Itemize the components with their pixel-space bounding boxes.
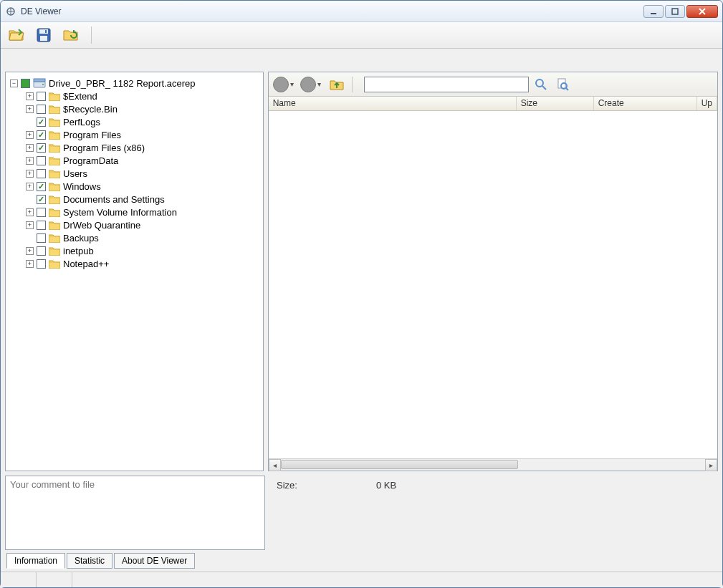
tab-statistic[interactable]: Statistic	[67, 553, 112, 569]
close-button[interactable]	[686, 5, 718, 18]
expand-icon[interactable]: +	[26, 131, 34, 139]
expand-icon[interactable]: +	[26, 247, 34, 255]
tree-item[interactable]: +Program Files	[9, 128, 260, 141]
scroll-thumb[interactable]	[281, 460, 519, 469]
tab-about[interactable]: About DE Viewer	[114, 553, 195, 569]
scroll-right-icon[interactable]: ▸	[705, 459, 717, 471]
nav-forward-button[interactable]	[300, 77, 316, 92]
search-input[interactable]	[364, 77, 529, 92]
expand-icon[interactable]: +	[26, 208, 34, 216]
scroll-left-icon[interactable]: ◂	[269, 459, 281, 471]
folder-tree[interactable]: − Drive_0_PBR_ 1182 Report.acerep +$Exte…	[6, 72, 263, 471]
tree-item[interactable]: +$Extend	[9, 90, 260, 102]
titlebar: DE Viewer	[1, 1, 722, 22]
statusbar	[1, 572, 722, 587]
tree-item-label: ProgramData	[63, 155, 118, 166]
tree-checkbox[interactable]	[37, 130, 46, 140]
expand-icon[interactable]: +	[26, 260, 34, 268]
folder-icon	[49, 105, 60, 114]
svg-rect-5	[40, 36, 47, 41]
tree-item-label: Windows	[63, 181, 101, 192]
folder-icon	[49, 259, 60, 269]
main-area: − Drive_0_PBR_ 1182 Report.acerep +$Exte…	[1, 49, 722, 572]
minimize-button[interactable]	[643, 5, 664, 18]
tab-information[interactable]: Information	[6, 553, 65, 569]
expand-icon[interactable]: +	[26, 144, 34, 152]
save-button[interactable]	[34, 25, 54, 45]
search-button[interactable]	[532, 75, 550, 94]
tree-item[interactable]: +System Volume Information	[9, 206, 260, 218]
tree-checkbox[interactable]	[37, 233, 46, 243]
column-create[interactable]: Create	[594, 97, 697, 110]
tree-item[interactable]: +$Recycle.Bin	[9, 102, 260, 115]
tree-item-label: System Volume Information	[63, 207, 177, 218]
folder-icon	[49, 195, 60, 204]
tree-checkbox[interactable]	[37, 208, 46, 217]
folder-icon	[49, 246, 60, 256]
tree-checkbox[interactable]	[37, 195, 46, 204]
tree-checkbox[interactable]	[37, 117, 46, 127]
filelist-body[interactable]	[269, 111, 717, 458]
comment-input[interactable]	[5, 476, 265, 550]
tree-checkbox[interactable]	[37, 182, 46, 191]
column-size[interactable]: Size	[517, 97, 594, 110]
drive-icon	[33, 78, 46, 88]
nav-forward-group[interactable]: ▾	[300, 77, 325, 92]
tree-item[interactable]: PerfLogs	[9, 115, 260, 128]
svg-point-10	[536, 79, 543, 87]
scroll-track[interactable]	[281, 459, 705, 471]
tree-item[interactable]: +DrWeb Quarantine	[9, 218, 260, 231]
tree-item-label: Backups	[63, 233, 99, 244]
window-title: DE Viewer	[21, 6, 61, 16]
chevron-down-icon[interactable]: ▾	[317, 80, 325, 88]
horizontal-scrollbar[interactable]: ◂ ▸	[269, 458, 717, 471]
tree-checkbox[interactable]	[37, 156, 46, 165]
tree-item[interactable]: Documents and Settings	[9, 193, 260, 206]
tree-item-label: Program Files (x86)	[63, 143, 145, 153]
folder-icon	[49, 156, 60, 165]
folder-icon	[49, 92, 60, 101]
expand-icon[interactable]: +	[26, 157, 34, 165]
up-folder-button[interactable]	[327, 75, 346, 94]
expand-icon[interactable]: +	[26, 170, 34, 178]
tree-checkbox[interactable]	[37, 259, 46, 269]
tree-item[interactable]: +Windows	[9, 180, 260, 193]
open-button[interactable]	[6, 25, 27, 45]
nav-back-group[interactable]: ▾	[273, 77, 297, 92]
tree-root-row[interactable]: − Drive_0_PBR_ 1182 Report.acerep	[9, 77, 260, 90]
app-icon	[5, 6, 16, 17]
column-up[interactable]: Up	[697, 97, 717, 110]
collapse-icon[interactable]: −	[10, 79, 18, 87]
find-in-file-button[interactable]	[553, 75, 572, 94]
folder-icon	[49, 233, 60, 243]
expand-icon[interactable]: +	[26, 183, 34, 191]
search-icon	[535, 78, 547, 91]
svg-rect-2	[672, 9, 678, 14]
tree-checkbox[interactable]	[37, 105, 46, 114]
expand-icon[interactable]: +	[26, 221, 34, 229]
tree-item-label: $Extend	[63, 91, 97, 102]
tree-checkbox[interactable]	[37, 92, 46, 101]
tree-checkbox[interactable]	[37, 143, 46, 153]
expand-icon[interactable]: +	[26, 92, 34, 100]
tree-checkbox[interactable]	[37, 246, 46, 256]
tree-item[interactable]: +inetpub	[9, 244, 260, 257]
tree-checkbox[interactable]	[37, 169, 46, 178]
tree-item[interactable]: +Notepad++	[9, 257, 260, 270]
column-name[interactable]: Name	[269, 97, 517, 110]
expand-icon[interactable]: +	[26, 105, 34, 113]
filelist-toolbar: ▾ ▾	[269, 72, 717, 97]
tree-item[interactable]: +Program Files (x86)	[9, 141, 260, 154]
tree-item[interactable]: +ProgramData	[9, 154, 260, 167]
tree-item[interactable]: Backups	[9, 231, 260, 244]
folder-icon	[49, 130, 60, 140]
tree-root-checkbox[interactable]	[21, 79, 30, 88]
nav-back-button[interactable]	[273, 77, 289, 92]
info-panel: Size: 0 KB	[269, 476, 718, 550]
bottom-tabs: Information Statistic About DE Viewer	[5, 551, 718, 569]
maximize-button[interactable]	[665, 5, 685, 18]
tree-item[interactable]: +Users	[9, 167, 260, 180]
chevron-down-icon[interactable]: ▾	[290, 80, 297, 88]
tree-checkbox[interactable]	[37, 221, 46, 230]
refresh-button[interactable]	[61, 25, 81, 45]
